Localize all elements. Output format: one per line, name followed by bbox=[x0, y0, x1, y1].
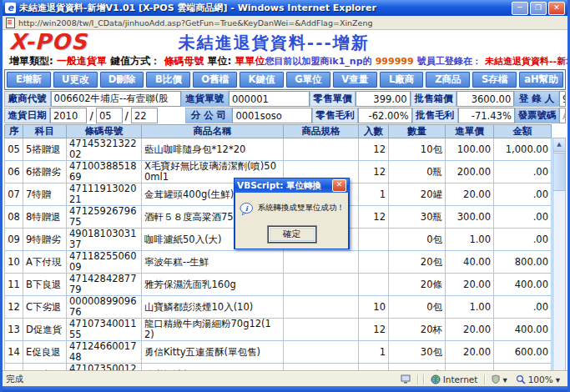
cell-qty_in: 12 bbox=[359, 319, 389, 341]
wholesale-price-label: 批售箱價 bbox=[411, 91, 457, 107]
date-day-input[interactable]: 22 bbox=[131, 108, 158, 123]
cell-barcode: 4710038851869 bbox=[67, 161, 142, 183]
address-bar: http://win2008/tw/I_CData/jinhuoAdd.asp?… bbox=[3, 16, 567, 30]
toolbar-button-product[interactable]: Z商品 bbox=[426, 72, 470, 88]
cell-qty_in: 10 bbox=[359, 296, 389, 319]
date-month-input[interactable]: 05 bbox=[96, 108, 123, 123]
vendor-input[interactable]: 006602牛埔店--有壹聯(股 bbox=[51, 91, 181, 107]
cell-spec bbox=[284, 296, 359, 319]
type-value: 一般進貨單 bbox=[57, 55, 107, 67]
toolbar-button-vendor[interactable]: L廠商 bbox=[380, 72, 424, 88]
cell-seq: 07 bbox=[5, 183, 23, 206]
url-text[interactable]: http://win2008/tw/I_CData/jinhuoAdd.asp?… bbox=[18, 18, 373, 28]
cell-cat: 7特贈 bbox=[23, 183, 67, 206]
login-suffix: 號員工登錄在： bbox=[417, 56, 482, 67]
date-separator: / bbox=[123, 108, 131, 123]
shield-icon bbox=[492, 374, 500, 384]
dialog-ok-button[interactable]: 確定 bbox=[268, 226, 316, 243]
toolbar-button-oldfile[interactable]: O舊檔 bbox=[193, 72, 237, 88]
cell-name: 龍口精緻牛肉湯細粉70g12(12) bbox=[142, 319, 284, 341]
col-unit-price: 進單價 bbox=[446, 125, 494, 138]
table-row[interactable]: 10A下付現4711825506009寧波年糕--生鮮20包40.00800.0… bbox=[5, 251, 552, 274]
page-header: X-POS 未結進退貨資料---增新 bbox=[3, 30, 567, 53]
cell-qty: 0包 bbox=[389, 229, 446, 251]
order-no-input[interactable]: 000001 bbox=[229, 91, 310, 107]
cell-cat: E促良退 bbox=[23, 341, 67, 364]
col-seq: 序 bbox=[5, 125, 23, 138]
cell-price: 200.00 bbox=[446, 161, 494, 183]
toolbar-button-add[interactable]: E增新 bbox=[7, 72, 51, 88]
scroll-track[interactable] bbox=[553, 191, 565, 392]
invoice-label: 發票號碼 bbox=[515, 108, 559, 123]
col-qty-in: 入數 bbox=[359, 125, 389, 138]
maximize-button[interactable]: ❐ bbox=[530, 2, 547, 15]
cell-seq: 13 bbox=[5, 319, 23, 341]
toolbar-button-compare[interactable]: B比價 bbox=[146, 72, 190, 88]
login-employee: 999999 bbox=[376, 56, 414, 67]
cell-barcode: 4712466001748 bbox=[67, 341, 142, 364]
toolbar-button-quantity[interactable]: V查量 bbox=[333, 72, 377, 88]
close-button[interactable]: ✕ bbox=[548, 2, 565, 15]
cell-amount: .00 bbox=[494, 161, 552, 183]
cell-price: 20.00 bbox=[446, 341, 494, 364]
cell-qty: 0瓶 bbox=[389, 161, 446, 183]
status-zone-text: Internet bbox=[443, 374, 478, 384]
title-bar: e 未結進退貨資料-新增V1.01 [X-POS 雲端商品網] - Window… bbox=[3, 0, 567, 16]
zoom-panel[interactable]: 100% ▾ bbox=[512, 374, 564, 384]
vertical-scrollbar[interactable]: ▲ ▼ bbox=[552, 138, 566, 392]
table-row[interactable]: 13D促進貨4710734001155龍口精緻牛肉湯細粉70g12(12)122… bbox=[5, 319, 552, 341]
cell-spec bbox=[284, 341, 359, 364]
cell-qty_in: 12 bbox=[359, 161, 389, 183]
status-zone-panel: Internet bbox=[426, 374, 482, 384]
cell-price: 20.00 bbox=[446, 319, 494, 341]
unit-value: 單單位 bbox=[235, 55, 265, 67]
type-label: 增單類型: bbox=[9, 55, 53, 67]
operator-input[interactable]: 999999 bbox=[559, 91, 566, 107]
table-row[interactable]: 14E促良退4712466001748勇信Kitty五連蛋酥(單包售)130包2… bbox=[5, 341, 552, 364]
date-year-input[interactable]: 2010 bbox=[50, 108, 88, 123]
cell-barcode: 4711825506009 bbox=[67, 251, 142, 274]
cell-price: 1.00 bbox=[446, 296, 494, 319]
col-amount: 金額 bbox=[494, 125, 552, 138]
cell-seq: 12 bbox=[5, 296, 23, 319]
login-info: 您目前以加盟商ik1_np的 999999 號員工登錄在： 未結進退貨資料--新… bbox=[265, 55, 570, 68]
cell-price: 20.00 bbox=[446, 183, 494, 206]
table-row[interactable]: 12C下劣退0000089909676山寶鱗都彭淡煙10入(10)100包1.0… bbox=[5, 296, 552, 319]
dialog-message: 系統轉換成雙單位成功！ bbox=[258, 199, 346, 213]
scroll-up-button[interactable]: ▲ bbox=[553, 138, 565, 152]
retail-margin-label: 零售毛利 bbox=[312, 108, 358, 123]
branch-input[interactable]: 0001soso bbox=[232, 108, 312, 123]
toolbar-button-edit[interactable]: U更改 bbox=[53, 72, 98, 88]
toolbar-button-delete[interactable]: D刪除 bbox=[100, 72, 144, 88]
invoice-input[interactable]: AS99999999 bbox=[559, 108, 566, 123]
protected-mode-panel[interactable]: ▾ bbox=[487, 374, 511, 384]
table-row[interactable]: 055搭贈退4714532132202藍山咖啡隨身包*12*201210包100… bbox=[5, 138, 552, 161]
cell-cat: 5搭贈退 bbox=[23, 138, 67, 161]
retail-price-label: 零售單價 bbox=[310, 91, 356, 107]
dialog-title-bar[interactable]: VBScript: 單位轉換 ✕ bbox=[235, 178, 349, 193]
table-header-row: 序 科目 條碼母號 商品名稱 商品規格 入數 數量 進單價 金額 bbox=[5, 125, 552, 138]
table-row[interactable]: 11B下良退4714284287779雅芳保濕洗面乳160g20條20.0040… bbox=[5, 274, 552, 296]
order-meta: 增單類型: 一般進貨單 鍵值方式： 條碼母號 單位: 單單位 bbox=[9, 54, 265, 68]
cell-qty: 20杯 bbox=[389, 319, 446, 341]
minimize-button[interactable]: ─ bbox=[512, 2, 528, 15]
cell-amount: .00 bbox=[494, 229, 552, 251]
window-title: 未結進退貨資料-新增V1.01 [X-POS 雲端商品網] - Windows … bbox=[19, 2, 510, 14]
toolbar-button-keyvalue[interactable]: K鍵值 bbox=[240, 72, 284, 88]
cell-amount: 600.00 bbox=[494, 341, 552, 364]
cell-seq: 06 bbox=[5, 161, 23, 183]
items-area: 序 科目 條碼母號 商品名稱 商品規格 入數 數量 進單價 金額 055搭贈退4… bbox=[4, 124, 566, 392]
dialog-title: VBScript: 單位轉換 bbox=[237, 180, 332, 192]
dialog-close-button[interactable]: ✕ bbox=[332, 179, 346, 192]
branch-label: 分 公 司 bbox=[185, 108, 233, 123]
table-body: 055搭贈退4714532132202藍山咖啡隨身包*12*201210包100… bbox=[5, 138, 552, 392]
col-barcode: 條碼母號 bbox=[67, 125, 142, 138]
toolbar-button-save[interactable]: S存檔 bbox=[472, 72, 517, 88]
cell-spec bbox=[284, 319, 359, 341]
retail-margin-value: -62.00% bbox=[358, 108, 412, 123]
scroll-thumb[interactable] bbox=[553, 153, 565, 191]
toolbar-button-help[interactable]: aH幫助 bbox=[519, 72, 563, 88]
toolbar-button-unit[interactable]: G單位 bbox=[286, 72, 330, 88]
cell-price: 1.00 bbox=[446, 229, 494, 251]
cell-amount: .00 bbox=[494, 183, 552, 206]
